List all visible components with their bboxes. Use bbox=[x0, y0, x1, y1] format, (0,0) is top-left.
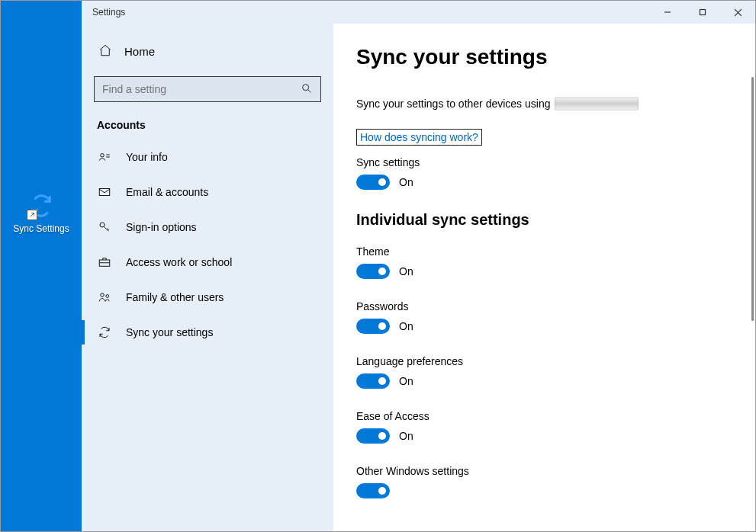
titlebar: Settings bbox=[82, 1, 755, 24]
maximize-button[interactable] bbox=[685, 1, 720, 24]
person-card-icon bbox=[97, 149, 112, 165]
sidebar: Home Accounts Your info Email & acco bbox=[82, 24, 333, 531]
page-title: Sync your settings bbox=[356, 45, 732, 69]
desktop-shortcut-label: Sync Settings bbox=[13, 223, 69, 234]
other-windows-toggle[interactable] bbox=[356, 483, 390, 498]
sidebar-category: Accounts bbox=[97, 119, 321, 131]
svg-point-7 bbox=[106, 295, 109, 298]
close-icon bbox=[734, 8, 742, 17]
sync-settings-toggle[interactable] bbox=[356, 175, 390, 190]
svg-point-6 bbox=[101, 293, 105, 297]
account-name-redacted bbox=[555, 97, 639, 111]
settings-window: Settings Home bbox=[82, 1, 755, 531]
svg-point-4 bbox=[100, 223, 105, 227]
svg-point-1 bbox=[303, 84, 309, 90]
sidebar-item-sync-settings[interactable]: Sync your settings bbox=[94, 316, 321, 349]
minimize-button[interactable] bbox=[650, 1, 685, 24]
toggle-label-passwords: Passwords bbox=[356, 300, 732, 312]
sync-settings-label: Sync settings bbox=[356, 156, 732, 168]
close-button[interactable] bbox=[720, 1, 755, 24]
search-input[interactable] bbox=[102, 83, 301, 95]
home-icon bbox=[98, 43, 112, 59]
minimize-icon bbox=[664, 8, 671, 16]
sidebar-item-label: Sign-in options bbox=[126, 221, 197, 233]
search-box[interactable] bbox=[94, 76, 321, 102]
sync-icon bbox=[97, 325, 112, 340]
sidebar-item-label: Access work or school bbox=[126, 256, 232, 268]
people-icon bbox=[97, 290, 112, 305]
key-icon bbox=[97, 220, 112, 235]
sidebar-item-label: Family & other users bbox=[126, 291, 224, 303]
toggle-state: On bbox=[399, 176, 413, 188]
toggle-label-ease-of-access: Ease of Access bbox=[356, 410, 732, 422]
toggle-state: On bbox=[399, 375, 413, 387]
toggle-label-other-windows: Other Windows settings bbox=[356, 465, 732, 477]
sync-description: Sync your settings to other devices usin… bbox=[356, 97, 732, 111]
scrollbar[interactable] bbox=[751, 77, 754, 321]
sidebar-item-label: Sync your settings bbox=[126, 326, 213, 338]
toggle-label-theme: Theme bbox=[356, 245, 732, 258]
ease-of-access-toggle[interactable] bbox=[356, 428, 390, 444]
language-toggle[interactable] bbox=[356, 373, 390, 389]
briefcase-icon bbox=[97, 255, 112, 270]
sidebar-item-family-users[interactable]: Family & other users bbox=[94, 280, 321, 314]
home-label: Home bbox=[124, 45, 155, 58]
search-icon bbox=[301, 82, 313, 97]
toggle-state: On bbox=[399, 320, 413, 332]
toggle-label-language: Language preferences bbox=[356, 355, 732, 367]
content-area: Sync your settings Sync your settings to… bbox=[333, 24, 755, 531]
svg-rect-3 bbox=[99, 189, 110, 196]
shortcut-overlay-icon bbox=[27, 210, 37, 220]
mail-icon bbox=[97, 184, 112, 200]
sidebar-item-label: Email & accounts bbox=[126, 186, 208, 198]
theme-toggle[interactable] bbox=[356, 264, 390, 279]
window-title: Settings bbox=[92, 7, 125, 18]
section-individual-sync: Individual sync settings bbox=[356, 211, 732, 229]
svg-point-2 bbox=[101, 154, 105, 158]
svg-rect-0 bbox=[700, 10, 706, 15]
toggle-state: On bbox=[399, 265, 413, 277]
desktop-shortcut-sync-settings[interactable] bbox=[28, 193, 54, 219]
how-syncing-works-link[interactable]: How does syncing work? bbox=[356, 129, 482, 146]
sidebar-item-email-accounts[interactable]: Email & accounts bbox=[94, 175, 321, 209]
sidebar-item-label: Your info bbox=[126, 151, 168, 163]
sidebar-item-work-school[interactable]: Access work or school bbox=[94, 245, 321, 279]
desktop-background: Sync Settings bbox=[1, 1, 82, 531]
sidebar-item-signin-options[interactable]: Sign-in options bbox=[94, 210, 321, 244]
toggle-state: On bbox=[399, 430, 413, 442]
maximize-icon bbox=[699, 8, 706, 16]
sidebar-item-your-info[interactable]: Your info bbox=[94, 140, 321, 174]
passwords-toggle[interactable] bbox=[356, 319, 390, 334]
home-button[interactable]: Home bbox=[97, 39, 321, 64]
